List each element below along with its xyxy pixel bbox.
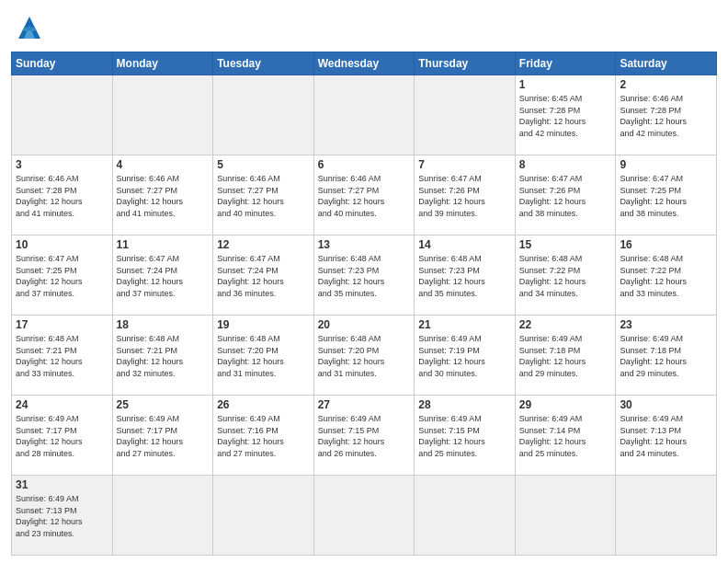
day-number: 17 (16, 318, 108, 331)
calendar-week-4: 17Sunrise: 6:48 AM Sunset: 7:21 PM Dayli… (12, 316, 717, 396)
weekday-header-thursday: Thursday (415, 52, 516, 75)
calendar-cell: 20Sunrise: 6:48 AM Sunset: 7:20 PM Dayli… (313, 316, 415, 396)
day-info: Sunrise: 6:46 AM Sunset: 7:27 PM Dayligh… (217, 173, 310, 219)
calendar-cell: 31Sunrise: 6:49 AM Sunset: 7:13 PM Dayli… (12, 476, 113, 556)
calendar-cell: 10Sunrise: 6:47 AM Sunset: 7:25 PM Dayli… (12, 236, 113, 316)
day-number: 21 (418, 318, 511, 331)
calendar-week-5: 24Sunrise: 6:49 AM Sunset: 7:17 PM Dayli… (12, 396, 717, 476)
calendar-cell (313, 75, 415, 155)
calendar-cell: 11Sunrise: 6:47 AM Sunset: 7:24 PM Dayli… (112, 236, 213, 316)
weekday-header-monday: Monday (112, 52, 213, 75)
day-info: Sunrise: 6:49 AM Sunset: 7:19 PM Dayligh… (418, 333, 511, 379)
day-number: 11 (117, 238, 210, 251)
calendar-cell: 17Sunrise: 6:48 AM Sunset: 7:21 PM Dayli… (12, 316, 113, 396)
weekday-header-friday: Friday (515, 52, 616, 75)
day-info: Sunrise: 6:46 AM Sunset: 7:28 PM Dayligh… (620, 93, 712, 139)
day-number: 28 (418, 398, 511, 411)
day-number: 5 (217, 158, 310, 171)
weekday-header-wednesday: Wednesday (313, 52, 415, 75)
calendar-cell: 28Sunrise: 6:49 AM Sunset: 7:15 PM Dayli… (415, 396, 516, 476)
calendar-cell (415, 75, 516, 155)
weekday-header-tuesday: Tuesday (213, 52, 314, 75)
day-number: 10 (16, 238, 108, 251)
day-number: 13 (318, 238, 411, 251)
calendar-cell: 5Sunrise: 6:46 AM Sunset: 7:27 PM Daylig… (213, 155, 314, 236)
header (11, 9, 717, 46)
day-number: 12 (217, 238, 310, 251)
day-info: Sunrise: 6:49 AM Sunset: 7:18 PM Dayligh… (620, 333, 712, 379)
calendar-cell (213, 476, 314, 556)
day-number: 30 (620, 398, 712, 411)
calendar-cell (616, 476, 717, 556)
day-info: Sunrise: 6:46 AM Sunset: 7:28 PM Dayligh… (16, 173, 108, 219)
day-info: Sunrise: 6:49 AM Sunset: 7:13 PM Dayligh… (620, 413, 712, 459)
weekday-header-saturday: Saturday (616, 52, 717, 75)
logo (11, 9, 53, 46)
day-number: 14 (418, 238, 511, 251)
day-number: 25 (117, 398, 210, 411)
day-info: Sunrise: 6:49 AM Sunset: 7:16 PM Dayligh… (217, 413, 310, 459)
day-info: Sunrise: 6:45 AM Sunset: 7:28 PM Dayligh… (519, 93, 612, 139)
calendar-cell: 9Sunrise: 6:47 AM Sunset: 7:25 PM Daylig… (616, 155, 717, 236)
day-info: Sunrise: 6:49 AM Sunset: 7:17 PM Dayligh… (117, 413, 210, 459)
day-info: Sunrise: 6:48 AM Sunset: 7:22 PM Dayligh… (519, 253, 612, 299)
day-info: Sunrise: 6:48 AM Sunset: 7:22 PM Dayligh… (620, 253, 712, 299)
calendar-cell: 4Sunrise: 6:46 AM Sunset: 7:27 PM Daylig… (112, 155, 213, 236)
calendar-page: SundayMondayTuesdayWednesdayThursdayFrid… (0, 0, 728, 563)
logo-icon (11, 9, 48, 46)
day-number: 31 (16, 478, 108, 491)
day-info: Sunrise: 6:48 AM Sunset: 7:21 PM Dayligh… (16, 333, 108, 379)
svg-rect-3 (24, 28, 35, 31)
calendar-cell: 24Sunrise: 6:49 AM Sunset: 7:17 PM Dayli… (12, 396, 113, 476)
day-number: 16 (620, 238, 712, 251)
day-number: 29 (519, 398, 612, 411)
calendar-week-1: 1Sunrise: 6:45 AM Sunset: 7:28 PM Daylig… (12, 75, 717, 155)
calendar-cell (515, 476, 616, 556)
day-number: 9 (620, 158, 712, 171)
calendar-cell (112, 476, 213, 556)
calendar-cell: 23Sunrise: 6:49 AM Sunset: 7:18 PM Dayli… (616, 316, 717, 396)
calendar-cell: 6Sunrise: 6:46 AM Sunset: 7:27 PM Daylig… (313, 155, 415, 236)
calendar-cell: 3Sunrise: 6:46 AM Sunset: 7:28 PM Daylig… (12, 155, 113, 236)
day-number: 1 (519, 78, 612, 91)
calendar-cell (313, 476, 415, 556)
calendar-cell: 21Sunrise: 6:49 AM Sunset: 7:19 PM Dayli… (415, 316, 516, 396)
day-number: 22 (519, 318, 612, 331)
calendar-cell: 26Sunrise: 6:49 AM Sunset: 7:16 PM Dayli… (213, 396, 314, 476)
day-info: Sunrise: 6:48 AM Sunset: 7:23 PM Dayligh… (318, 253, 411, 299)
calendar-cell: 16Sunrise: 6:48 AM Sunset: 7:22 PM Dayli… (616, 236, 717, 316)
day-info: Sunrise: 6:46 AM Sunset: 7:27 PM Dayligh… (117, 173, 210, 219)
day-number: 3 (16, 158, 108, 171)
day-info: Sunrise: 6:47 AM Sunset: 7:24 PM Dayligh… (117, 253, 210, 299)
day-info: Sunrise: 6:48 AM Sunset: 7:20 PM Dayligh… (318, 333, 411, 379)
calendar-week-2: 3Sunrise: 6:46 AM Sunset: 7:28 PM Daylig… (12, 155, 717, 236)
calendar-cell (415, 476, 516, 556)
day-info: Sunrise: 6:47 AM Sunset: 7:25 PM Dayligh… (620, 173, 712, 219)
day-number: 7 (418, 158, 511, 171)
day-number: 23 (620, 318, 712, 331)
day-number: 26 (217, 398, 310, 411)
day-number: 4 (117, 158, 210, 171)
day-info: Sunrise: 6:47 AM Sunset: 7:26 PM Dayligh… (519, 173, 612, 219)
day-number: 27 (318, 398, 411, 411)
day-info: Sunrise: 6:49 AM Sunset: 7:14 PM Dayligh… (519, 413, 612, 459)
calendar-cell: 8Sunrise: 6:47 AM Sunset: 7:26 PM Daylig… (515, 155, 616, 236)
weekday-header-row: SundayMondayTuesdayWednesdayThursdayFrid… (12, 52, 717, 75)
day-number: 24 (16, 398, 108, 411)
day-number: 20 (318, 318, 411, 331)
day-info: Sunrise: 6:47 AM Sunset: 7:25 PM Dayligh… (16, 253, 108, 299)
calendar-cell: 25Sunrise: 6:49 AM Sunset: 7:17 PM Dayli… (112, 396, 213, 476)
calendar-cell: 19Sunrise: 6:48 AM Sunset: 7:20 PM Dayli… (213, 316, 314, 396)
calendar-cell (112, 75, 213, 155)
day-info: Sunrise: 6:47 AM Sunset: 7:24 PM Dayligh… (217, 253, 310, 299)
calendar-cell (213, 75, 314, 155)
calendar-cell: 13Sunrise: 6:48 AM Sunset: 7:23 PM Dayli… (313, 236, 415, 316)
calendar-cell: 22Sunrise: 6:49 AM Sunset: 7:18 PM Dayli… (515, 316, 616, 396)
day-info: Sunrise: 6:49 AM Sunset: 7:15 PM Dayligh… (318, 413, 411, 459)
calendar-cell: 15Sunrise: 6:48 AM Sunset: 7:22 PM Dayli… (515, 236, 616, 316)
day-info: Sunrise: 6:49 AM Sunset: 7:13 PM Dayligh… (16, 493, 108, 539)
calendar-cell (12, 75, 113, 155)
calendar-cell: 30Sunrise: 6:49 AM Sunset: 7:13 PM Dayli… (616, 396, 717, 476)
calendar-cell: 29Sunrise: 6:49 AM Sunset: 7:14 PM Dayli… (515, 396, 616, 476)
day-number: 15 (519, 238, 612, 251)
